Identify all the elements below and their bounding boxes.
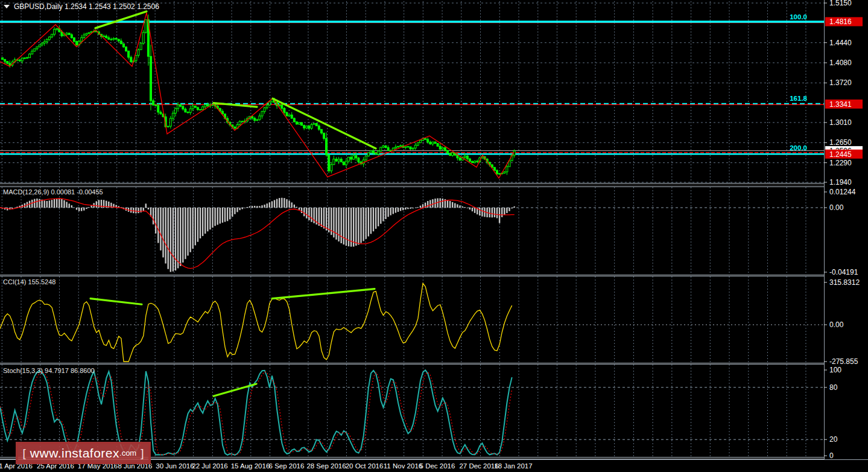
svg-text:5 Dec 2016: 5 Dec 2016	[420, 462, 455, 470]
svg-text:20 Oct 2016: 20 Oct 2016	[346, 462, 384, 470]
svg-text:28 Sep 2016: 28 Sep 2016	[306, 462, 346, 470]
svg-text:1.2650: 1.2650	[829, 138, 852, 147]
svg-text:-0.04191: -0.04191	[829, 268, 858, 276]
watermark-bracket-right: ]	[141, 447, 144, 460]
watermark-text-suffix: .com	[119, 448, 136, 458]
svg-text:1.4816: 1.4816	[829, 18, 852, 26]
svg-text:1.2290: 1.2290	[829, 159, 852, 167]
macd-indicator-label: MACD(12,26,9) 0.00081 -0.00455	[3, 188, 103, 196]
svg-text:80: 80	[829, 383, 838, 392]
svg-text:18 Jan 2017: 18 Jan 2017	[494, 462, 532, 470]
svg-text:1.4440: 1.4440	[829, 39, 852, 47]
svg-text:1.3341: 1.3341	[829, 100, 852, 109]
svg-text:1.5150: 1.5150	[829, 0, 852, 7]
svg-text:161.8: 161.8	[790, 95, 807, 102]
svg-text:6 Sep 2016: 6 Sep 2016	[269, 462, 305, 470]
svg-text:1.3010: 1.3010	[829, 118, 852, 127]
svg-text:20: 20	[829, 435, 838, 444]
svg-text:0.00: 0.00	[829, 203, 844, 212]
svg-text:315.8312: 315.8312	[829, 278, 860, 287]
stoch-indicator-label: Stoch(15,3,3) 94.7917 86.8600	[3, 367, 95, 374]
symbol-title: GBPUSD,Daily 1.2534 1.2543 1.2502 1.2506	[14, 2, 159, 11]
svg-text:1.4080: 1.4080	[829, 59, 852, 67]
watermark-bracket-left: [	[23, 447, 26, 460]
svg-text:1.2445: 1.2445	[829, 150, 852, 159]
chart-title-bar: GBPUSD,Daily 1.2534 1.2543 1.2502 1.2506	[4, 2, 159, 11]
svg-text:100: 100	[829, 366, 841, 374]
svg-text:0: 0	[829, 451, 834, 460]
svg-text:100.0: 100.0	[790, 13, 807, 21]
terminal-chart-window: 100.0161.8200.01.51501.44401.40801.37201…	[0, 0, 868, 472]
svg-text:-275.855: -275.855	[829, 357, 858, 366]
symbol-dropdown-icon[interactable]	[4, 5, 10, 8]
svg-text:27 Dec 2016: 27 Dec 2016	[459, 462, 498, 470]
chart-canvas[interactable]: 100.0161.8200.01.51501.44401.40801.37201…	[0, 0, 868, 472]
svg-text:1.1940: 1.1940	[829, 178, 852, 187]
svg-text:0.01244: 0.01244	[829, 188, 856, 196]
svg-text:22 Jul 2016: 22 Jul 2016	[192, 462, 227, 470]
svg-text:30 Jun 2016: 30 Jun 2016	[156, 462, 194, 470]
svg-text:0.00: 0.00	[829, 321, 844, 329]
instaforex-watermark: [ www.instaforex.com ]	[16, 442, 151, 464]
svg-text:11 Nov 2016: 11 Nov 2016	[384, 462, 422, 470]
cci-indicator-label: CCI(14) 155.5248	[3, 278, 55, 285]
svg-text:1.3720: 1.3720	[829, 78, 852, 87]
svg-text:15 Aug 2016: 15 Aug 2016	[231, 462, 270, 470]
watermark-text: www.instaforex	[30, 446, 119, 461]
